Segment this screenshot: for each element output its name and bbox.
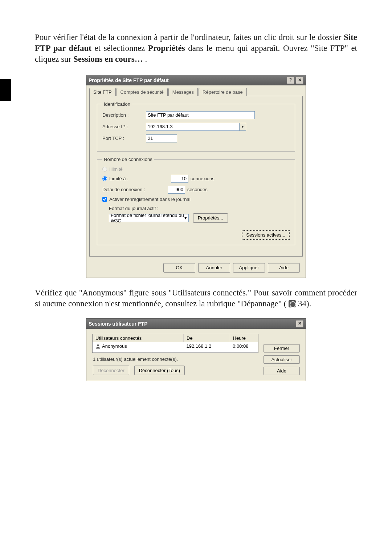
radio-unlimited-label: Illimité: [109, 166, 123, 172]
log-enable-checkbox[interactable]: [102, 197, 107, 202]
col-time[interactable]: Heure: [230, 334, 258, 342]
help-icon[interactable]: ?: [287, 77, 294, 84]
tab-security-accounts[interactable]: Comptes de sécurité: [117, 88, 168, 96]
chapter-marker: [0, 79, 11, 101]
properties-dialog: Propriétés de Site FTP par défaut ? ✕ Si…: [86, 75, 306, 278]
identification-legend: Identification: [102, 101, 132, 107]
help-button[interactable]: Aide: [268, 263, 300, 273]
table-row[interactable]: Anonymous 192.168.1.2 0:00:08: [93, 342, 258, 350]
chevron-down-icon: ▾: [184, 215, 187, 221]
p1-t4: .: [145, 55, 147, 64]
close-icon[interactable]: ✕: [296, 77, 303, 84]
p1-t1: Pour vérifier l'état de la connexion à p…: [35, 33, 344, 42]
log-format-value: Format de fichier journal étendu du W3C: [111, 213, 184, 223]
description-input[interactable]: [146, 111, 255, 119]
tabs-row: Site FTP Comptes de sécurité Messages Ré…: [86, 85, 306, 96]
timeout-unit: secondes: [187, 187, 208, 192]
sessions-title: Sessions utilisateur FTP: [89, 321, 148, 327]
port-input[interactable]: [146, 134, 177, 142]
tab-base-directory[interactable]: Répertoire de base: [199, 88, 247, 96]
col-from[interactable]: De: [184, 334, 230, 342]
row-user: Anonymous: [102, 343, 127, 349]
radio-limited[interactable]: [102, 176, 107, 181]
properties-titlebar[interactable]: Propriétés de Site FTP par défaut ? ✕: [86, 75, 306, 85]
connections-legend: Nombre de connexions: [102, 157, 154, 162]
body-paragraph-1: Pour vérifier l'état de la connexion à p…: [35, 32, 357, 65]
col-users[interactable]: Utilisateurs connectés: [93, 334, 184, 342]
timeout-label: Délai de connexion :: [102, 187, 168, 192]
row-from: 192.168.1.2: [184, 342, 230, 350]
sessions-dialog: Sessions utilisateur FTP ✕ Utilisateurs …: [86, 318, 306, 381]
close-button[interactable]: Fermer: [264, 344, 300, 352]
svg-point-0: [97, 344, 99, 346]
radio-limited-label: Limité à :: [109, 176, 171, 181]
port-label: Port TCP :: [102, 136, 146, 141]
connections-fieldset: Nombre de connexions Illimité Limité à :…: [97, 157, 295, 245]
refresh-button[interactable]: Actualiser: [264, 355, 300, 364]
tab-messages[interactable]: Messages: [168, 88, 198, 96]
properties-title: Propriétés de Site FTP par défaut: [89, 77, 169, 83]
p2-t2: 34).: [298, 299, 311, 308]
ip-label: Adresse IP :: [102, 124, 146, 129]
timeout-input[interactable]: [168, 186, 185, 194]
page-reference-icon: [289, 300, 296, 307]
tab-body: Identification Description : Adresse IP …: [89, 96, 303, 257]
disconnect-all-button[interactable]: Déconnecter (Tous): [134, 366, 185, 375]
ip-input[interactable]: [146, 123, 240, 131]
apply-button[interactable]: Appliquer: [233, 263, 265, 273]
log-format-label: Format du journal actif :: [109, 206, 290, 211]
active-sessions-button[interactable]: Sessions actives...: [242, 230, 290, 240]
log-properties-button[interactable]: Propriétés...: [193, 213, 228, 223]
radio-unlimited[interactable]: [102, 167, 107, 172]
dialog-button-row: OK Annuler Appliquer Aide: [86, 259, 306, 278]
radio-unlimited-row[interactable]: Illimité: [102, 166, 290, 172]
chevron-down-icon[interactable]: ▾: [240, 123, 246, 131]
body-paragraph-2: Vérifiez que "Anonymous" figure sous "Ut…: [35, 287, 357, 309]
log-enable-label: Activer l'enregistrement dans le journal: [109, 197, 191, 202]
user-icon: [95, 344, 101, 349]
help-button[interactable]: Aide: [264, 367, 300, 375]
limited-unit: connexions: [191, 176, 215, 181]
sessions-side-buttons: Fermer Actualiser Aide: [264, 334, 300, 375]
cancel-button[interactable]: Annuler: [198, 263, 230, 273]
description-label: Description :: [102, 112, 146, 118]
sessions-titlebar[interactable]: Sessions utilisateur FTP ✕: [86, 319, 306, 329]
p1-t2: et sélectionnez: [95, 44, 148, 53]
tab-site-ftp[interactable]: Site FTP: [89, 88, 116, 96]
log-format-select[interactable]: Format de fichier journal étendu du W3C …: [109, 214, 189, 222]
p1-b2: Propriétés: [148, 44, 185, 53]
status-line: 1 utilisateur(s) actuellement connecté(s…: [93, 356, 258, 362]
close-icon[interactable]: ✕: [296, 320, 303, 327]
radio-limited-row[interactable]: Limité à : connexions: [102, 175, 290, 183]
sessions-table[interactable]: Utilisateurs connectés De Heure Ano: [92, 334, 258, 353]
ok-button[interactable]: OK: [163, 263, 195, 273]
row-time: 0:00:08: [230, 342, 258, 350]
identification-fieldset: Identification Description : Adresse IP …: [97, 101, 295, 152]
limited-value-input[interactable]: [171, 175, 188, 183]
disconnect-button[interactable]: Déconnecter: [93, 366, 129, 375]
p1-b3: Sessions en cours…: [73, 55, 143, 64]
